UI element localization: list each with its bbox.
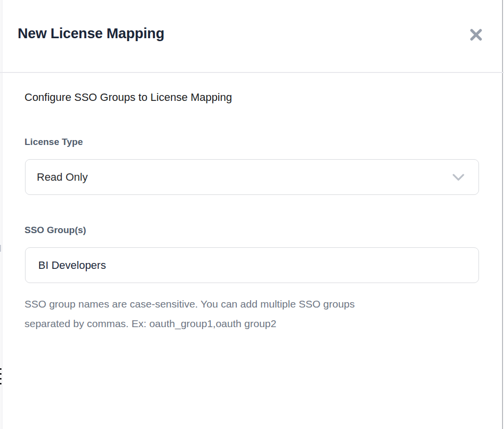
sso-groups-helper-text: SSO group names are case-sensitive. You …: [25, 294, 355, 334]
sso-groups-label: SSO Group(s): [25, 225, 86, 236]
intro-text: Configure SSO Groups to License Mapping: [25, 91, 232, 104]
new-license-mapping-dialog: New License Mapping Configure SSO Groups…: [2, 0, 502, 429]
background-artifact: [0, 378, 1, 380]
helper-line-2: separated by commas. Ex: oauth_group1,oa…: [25, 314, 355, 334]
close-button[interactable]: [466, 25, 486, 45]
background-artifact: [0, 245, 1, 252]
close-icon: [469, 28, 483, 43]
license-type-label: License Type: [25, 137, 83, 147]
header-divider: [0, 72, 504, 73]
chevron-down-icon: [452, 173, 465, 181]
background-artifact: [0, 368, 1, 370]
dialog-header: New License Mapping: [2, 0, 502, 72]
background-artifact: [0, 373, 1, 375]
window-right-border: [502, 0, 503, 429]
license-type-select[interactable]: Read Only: [25, 159, 479, 195]
dialog-title: New License Mapping: [18, 25, 164, 42]
background-artifact: [0, 383, 1, 384]
helper-line-1: SSO group names are case-sensitive. You …: [25, 294, 355, 314]
sso-groups-input[interactable]: [25, 247, 479, 283]
license-type-selected-value: Read Only: [37, 171, 452, 184]
